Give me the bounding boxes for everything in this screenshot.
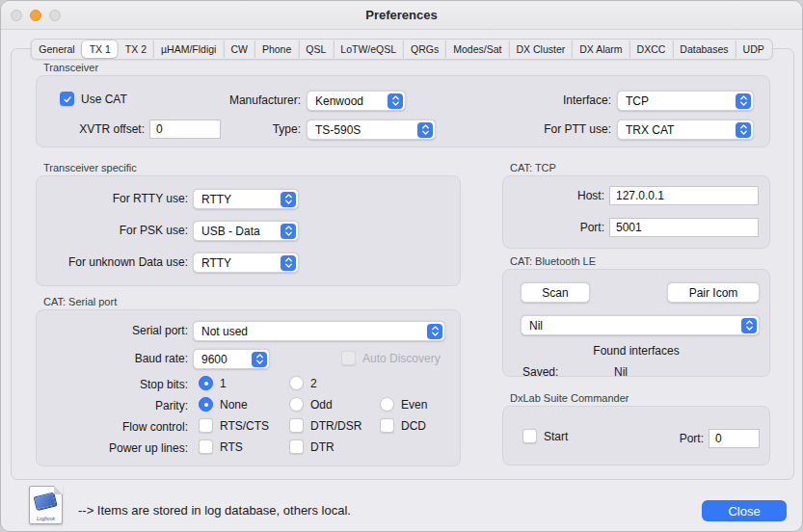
unknown-data-use-label: For unknown Data use:: [43, 255, 188, 270]
bluetooth-interface-popup[interactable]: Nil: [521, 315, 760, 335]
dxlab-start-label: Start: [544, 430, 568, 443]
saved-value: Nil: [614, 365, 628, 379]
tab-dx-cluster[interactable]: DX Cluster: [508, 40, 572, 58]
serial-port-popup[interactable]: Not used: [193, 321, 445, 341]
host-field[interactable]: 127.0.0.1: [609, 186, 759, 205]
close-button-label: Close: [728, 504, 760, 519]
parity-odd-radio[interactable]: Odd: [289, 397, 333, 412]
stepper-icon: [388, 93, 403, 109]
use-cat-checkbox[interactable]: Use CAT: [60, 92, 127, 106]
ptt-use-popup[interactable]: TRX CAT: [617, 120, 754, 140]
logbook-icon-caption: Logbook: [30, 516, 62, 521]
interface-value: TCP: [626, 94, 736, 108]
storage-note: --> Items are stored in log database, ot…: [78, 503, 351, 518]
serial-port-value: Not used: [201, 325, 427, 338]
psk-use-value: USB - Data: [201, 225, 281, 238]
dxlab-port-field[interactable]: 0: [709, 429, 760, 448]
tcp-port-value: 5001: [616, 221, 642, 234]
stepper-icon: [281, 255, 296, 271]
rtty-use-label: For RTTY use:: [43, 192, 188, 206]
section-title-cat-bluetooth: CAT: Bluetooth LE: [510, 255, 596, 267]
parity-none-radio[interactable]: None: [199, 397, 248, 412]
radio-icon: [289, 376, 304, 390]
power-rts-checkbox[interactable]: RTS: [199, 439, 243, 454]
saved-label: Saved:: [522, 365, 558, 379]
tab-cw[interactable]: CW: [223, 40, 254, 58]
type-value: TS-590S: [315, 123, 417, 137]
tab-bar: General TX 1 TX 2 µHAM/Fldigi CW Phone Q…: [30, 39, 772, 60]
transceiver-specific-box: For RTTY use: RTTY For PSK use: USB - Da…: [36, 175, 461, 286]
type-label: Type:: [243, 122, 301, 137]
auto-discovery-label: Auto Discovery: [362, 352, 441, 365]
dxlab-start-checkbox[interactable]: Start: [522, 429, 568, 443]
power-dtr-label: DTR: [310, 440, 335, 454]
page-fold-icon: [54, 486, 63, 494]
power-dtr-checkbox[interactable]: DTR: [289, 439, 335, 454]
found-interfaces-label: Found interfaces: [503, 344, 769, 358]
flow-rtscts-checkbox[interactable]: RTS/CTS: [199, 418, 269, 433]
baud-rate-value: 9600: [201, 353, 252, 366]
psk-use-label: For PSK use:: [43, 224, 188, 238]
unknown-data-use-value: RTTY: [201, 256, 281, 270]
baud-rate-label: Baud rate:: [43, 352, 188, 366]
tab-tx1[interactable]: TX 1: [82, 40, 118, 58]
parity-none-label: None: [220, 398, 248, 412]
parity-label: Parity:: [43, 399, 188, 413]
tab-uham-fldigi[interactable]: µHAM/Fldigi: [153, 40, 223, 58]
book-icon: [34, 492, 57, 511]
flow-dtrdsr-checkbox[interactable]: DTR/DSR: [289, 418, 361, 433]
power-up-lines-label: Power up lines:: [43, 441, 188, 456]
tab-lotw-eqsl[interactable]: LoTW/eQSL: [333, 40, 403, 58]
tab-udp[interactable]: UDP: [736, 40, 771, 58]
tab-tx2[interactable]: TX 2: [118, 40, 153, 58]
tab-qrgs[interactable]: QRGs: [403, 40, 445, 58]
baud-rate-popup[interactable]: 9600: [193, 349, 270, 369]
manufacturer-popup[interactable]: Kenwood: [307, 91, 406, 111]
tab-dx-alarm[interactable]: DX Alarm: [572, 40, 629, 58]
pair-icom-button[interactable]: Pair Icom: [667, 282, 760, 303]
stop-bits-1-radio[interactable]: 1: [199, 376, 227, 390]
tab-general[interactable]: General: [32, 40, 81, 58]
checkbox-checked-icon: [60, 92, 74, 106]
scan-button[interactable]: Scan: [521, 282, 590, 303]
close-button[interactable]: Close: [702, 500, 787, 521]
tcp-port-label: Port:: [527, 221, 604, 235]
host-label: Host:: [527, 189, 604, 203]
logbook-icon: Logbook: [29, 486, 63, 524]
parity-even-label: Even: [401, 398, 427, 412]
rtty-use-popup[interactable]: RTTY: [193, 189, 299, 209]
tab-modes-sat[interactable]: Modes/Sat: [445, 40, 508, 58]
section-title-cat-serial-port: CAT: Serial port: [43, 296, 117, 307]
xvtr-offset-field[interactable]: 0: [149, 120, 221, 139]
window-title: Preferences: [1, 8, 802, 22]
bluetooth-interface-value: Nil: [529, 319, 741, 332]
section-title-cat-tcp: CAT: TCP: [510, 162, 556, 173]
unknown-data-use-popup[interactable]: RTTY: [193, 253, 299, 273]
interface-popup[interactable]: TCP: [617, 91, 754, 111]
auto-discovery-checkbox[interactable]: Auto Discovery: [341, 351, 441, 365]
parity-even-radio[interactable]: Even: [380, 397, 427, 412]
flow-dcd-checkbox[interactable]: DCD: [380, 418, 426, 433]
type-popup[interactable]: TS-590S: [307, 120, 436, 140]
stepper-icon: [252, 352, 267, 367]
stop-bits-2-radio[interactable]: 2: [289, 376, 317, 390]
tab-dxcc[interactable]: DXCC: [629, 40, 673, 58]
dxlab-port-label: Port:: [646, 432, 704, 446]
radio-icon: [380, 397, 394, 412]
stop-bits-2-label: 2: [310, 377, 317, 390]
stepper-icon: [281, 224, 296, 239]
transceiver-box: Use CAT Manufacturer: Kenwood Interface:…: [36, 75, 770, 147]
tab-databases[interactable]: Databases: [672, 40, 735, 58]
dxlab-port-value: 0: [715, 432, 722, 445]
cat-tcp-box: Host: 127.0.0.1 Port: 5001: [502, 175, 770, 249]
flow-control-label: Flow control:: [43, 420, 188, 435]
tcp-port-field[interactable]: 5001: [609, 218, 759, 237]
power-rts-label: RTS: [220, 440, 243, 454]
radio-icon: [289, 397, 304, 412]
section-title-dxlab: DxLab Suite Commander: [510, 392, 629, 404]
tab-phone[interactable]: Phone: [254, 40, 298, 58]
psk-use-popup[interactable]: USB - Data: [193, 221, 299, 241]
stepper-icon: [417, 122, 433, 138]
tab-qsl[interactable]: QSL: [298, 40, 333, 58]
ptt-use-label: For PTT use:: [515, 122, 611, 137]
